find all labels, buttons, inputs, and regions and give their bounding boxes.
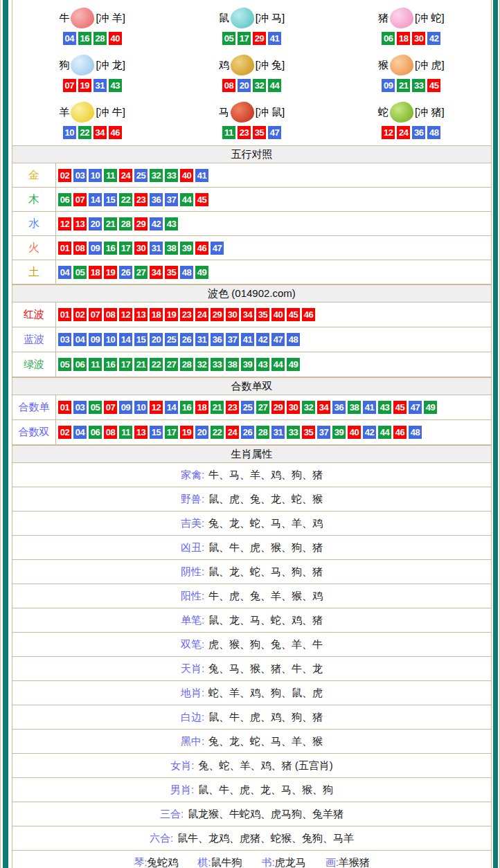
number-ball-23: 23 [180, 308, 193, 321]
zodiac-clash-label: [冲 龙] [96, 59, 125, 72]
zodiac-clash-label: [冲 猪] [415, 106, 445, 119]
number-ball-30: 30 [134, 242, 148, 255]
number-ball-34: 34 [93, 126, 107, 139]
number-ball-19: 19 [104, 266, 117, 279]
number-ball-10: 10 [134, 401, 148, 414]
attribute-row: 白边:鼠、牛、虎、鸡、狗、猪 [12, 705, 491, 730]
zodiac-title: 牛[冲 羊] [59, 4, 125, 32]
attribute-value: 鼠、龙、马、蛇、鸡、猪 [208, 614, 323, 627]
attribute-value: 虎、猴、狗、兔、羊、牛 [208, 638, 323, 651]
number-ball-16: 16 [104, 242, 117, 255]
zodiac-clash-label: [冲 蛇] [415, 12, 445, 25]
number-ball-20: 20 [89, 217, 102, 230]
number-ball-08: 08 [73, 242, 87, 255]
number-ball-27: 27 [165, 358, 178, 371]
number-ball-48: 48 [409, 426, 422, 439]
number-ball-02: 02 [58, 426, 71, 439]
number-ball-34: 34 [317, 401, 330, 414]
number-ball-21: 21 [134, 358, 148, 371]
row-label: 土 [12, 260, 56, 284]
zodiac-goat-icon [71, 102, 94, 123]
attribute-row: 男肖:鼠、牛、虎、龙、马、猴、狗 [12, 778, 491, 802]
number-ball-22: 22 [211, 426, 224, 439]
attributes-header: 生肖属性 [12, 445, 491, 463]
attribute-row: 黑中:兔、龙、蛇、马、羊、猴 [12, 730, 491, 754]
number-ball-20: 20 [195, 426, 208, 439]
number-ball-08: 08 [104, 426, 117, 439]
row-numbers: 0103050709101214161821232527293032343638… [56, 395, 437, 419]
zodiac-numbers: 06183042 [382, 32, 440, 45]
attribute-value: 牛、虎、兔、羊、猴、鸡 [208, 590, 323, 603]
zodiac-grid: 牛[冲 羊]04162840鼠[冲 马]05172941猪[冲 蛇]061830… [12, 0, 491, 145]
number-ball-12: 12 [58, 217, 71, 230]
attribute-value: 鼠龙猴、牛蛇鸡、虎马狗、兔羊猪 [188, 808, 343, 821]
arts-item: 棋:鼠牛狗 [197, 856, 242, 868]
number-ball-09: 09 [89, 242, 102, 255]
attribute-value: 兔、龙、蛇、马、羊、猴 [208, 735, 323, 748]
zodiac-name: 猴 [378, 59, 389, 72]
zodiac-name: 羊 [59, 106, 69, 119]
number-ball-41: 41 [195, 169, 208, 182]
number-ball-27: 27 [134, 266, 148, 279]
number-ball-45: 45 [195, 193, 208, 206]
zodiac-title: 马[冲 鼠] [219, 98, 285, 126]
zodiac-numbers: 09213345 [382, 79, 440, 92]
number-ball-35: 35 [302, 426, 315, 439]
number-ball-46: 46 [109, 126, 122, 139]
number-ball-03: 03 [73, 401, 87, 414]
zodiac-monkey-icon [390, 55, 413, 75]
arts-item: 琴:兔蛇鸡 [134, 856, 178, 868]
number-ball-05: 05 [89, 401, 102, 414]
number-ball-18: 18 [150, 308, 163, 321]
number-ball-05: 05 [222, 32, 235, 45]
number-ball-49: 49 [424, 401, 437, 414]
attribute-row: 阴性:鼠、龙、蛇、马、狗、猪 [12, 560, 491, 584]
row-numbers: 0108091617303138394647 [56, 236, 224, 260]
number-ball-11: 11 [119, 426, 132, 439]
number-ball-45: 45 [427, 79, 440, 92]
zodiac-ox-icon [71, 8, 94, 28]
attribute-value: 鼠、龙、蛇、马、狗、猪 [208, 566, 323, 579]
row-label: 火 [12, 236, 56, 260]
row-numbers: 1213202128294243 [56, 212, 178, 235]
zodiac-name: 马 [219, 106, 229, 119]
number-ball-35: 35 [165, 266, 178, 279]
zodiac-cell-goat: 羊[冲 牛]10223446 [12, 98, 172, 145]
attribute-label: 白边: [181, 711, 204, 724]
number-ball-35: 35 [253, 126, 266, 139]
number-ball-22: 22 [119, 193, 132, 206]
attribute-label: 野兽: [181, 493, 204, 506]
number-ball-39: 39 [180, 242, 193, 255]
zodiac-clash-label: [冲 马] [256, 12, 285, 25]
zodiac-title: 羊[冲 牛] [59, 98, 125, 126]
number-ball-20: 20 [150, 333, 163, 346]
attribute-row: 六合:鼠牛、龙鸡、虎猪、蛇猴、兔狗、马羊 [12, 826, 491, 851]
sum-parity-rows: 合数单0103050709101214161821232527293032343… [12, 395, 491, 445]
number-ball-38: 38 [348, 401, 361, 414]
five-elements-header: 五行对照 [12, 145, 491, 163]
number-ball-15: 15 [104, 193, 117, 206]
zodiac-title: 鼠[冲 马] [219, 4, 285, 32]
number-ball-13: 13 [134, 308, 148, 321]
number-ball-19: 19 [180, 426, 193, 439]
attribute-value: 兔、马、猴、猪、牛、龙 [208, 662, 323, 676]
attribute-row: 地肖:蛇、羊、鸡、狗、鼠、虎 [12, 681, 491, 705]
attribute-value: 牛、马、羊、鸡、狗、猪 [208, 469, 323, 482]
number-ball-29: 29 [211, 308, 224, 321]
number-ball-40: 40 [109, 32, 122, 45]
number-ball-01: 01 [58, 308, 71, 321]
zodiac-pig-icon [390, 8, 413, 28]
number-ball-42: 42 [150, 217, 163, 230]
number-ball-04: 04 [63, 32, 76, 45]
row-label: 绿波 [12, 352, 56, 377]
number-ball-35: 35 [256, 308, 269, 321]
attribute-row: 家禽:牛、马、羊、鸡、狗、猪 [12, 463, 491, 487]
zodiac-numbers: 10223446 [63, 126, 122, 139]
row-label: 木 [12, 188, 56, 211]
number-ball-21: 21 [397, 79, 410, 92]
zodiac-dog-icon [71, 55, 94, 75]
attribute-label: 阳性: [181, 590, 204, 603]
number-ball-39: 39 [332, 426, 346, 439]
number-ball-21: 21 [211, 401, 224, 414]
attribute-label: 双笔: [181, 638, 204, 651]
